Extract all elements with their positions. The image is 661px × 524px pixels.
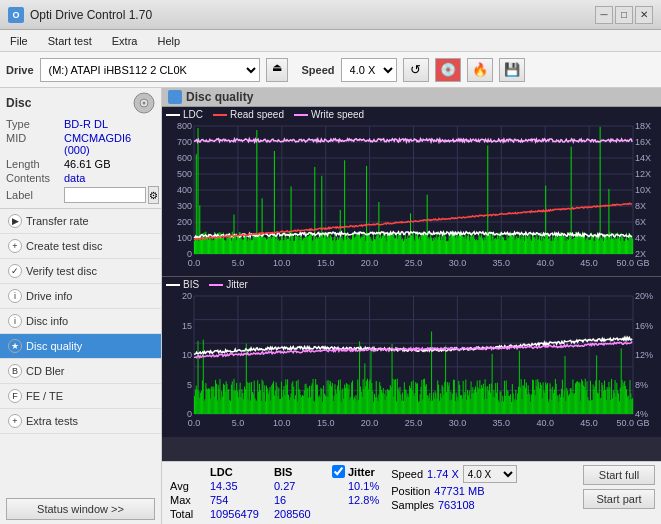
disc-type-row: Type BD-R DL [6, 118, 155, 130]
chart-header: Disc quality [162, 88, 661, 107]
refresh-button[interactable]: ↺ [403, 58, 429, 82]
nav-fe-te-label: FE / TE [26, 390, 63, 402]
write-speed-legend-line [294, 114, 308, 116]
disc-mid-val: CMCMAGDI6 (000) [64, 132, 155, 156]
ldc-legend-line [166, 114, 180, 116]
titlebar-left: O Opti Drive Control 1.70 [8, 7, 152, 23]
transfer-rate-icon: ▶ [8, 214, 22, 228]
samples-value: 763108 [438, 499, 475, 511]
disc-mid-key: MID [6, 132, 64, 156]
cd-bler-icon: B [8, 364, 22, 378]
titlebar: O Opti Drive Control 1.70 ─ □ ✕ [0, 0, 661, 30]
legend-bis: BIS [166, 279, 199, 290]
menu-help[interactable]: Help [151, 33, 186, 49]
jitter-checkbox[interactable] [332, 465, 345, 478]
nav-verify-test-disc-label: Verify test disc [26, 265, 97, 277]
speed-select[interactable]: 4.0 X 1.0 X 2.0 X 8.0 X Max [341, 58, 397, 82]
stats-total-bis: 208560 [272, 507, 324, 521]
nav-disc-quality-label: Disc quality [26, 340, 82, 352]
disc-length-key: Length [6, 158, 64, 170]
disc-length-val: 46.61 GB [64, 158, 110, 170]
status-window-button[interactable]: Status window >> [6, 498, 155, 520]
nav-transfer-rate[interactable]: ▶ Transfer rate [0, 209, 161, 234]
speed-stats-section: Speed 1.74 X 4.0 X Position 47731 MB Sam… [391, 465, 517, 511]
chart-header-icon [168, 90, 182, 104]
nav-disc-info-label: Disc info [26, 315, 68, 327]
menu-start-test[interactable]: Start test [42, 33, 98, 49]
nav-create-test-disc-label: Create test disc [26, 240, 102, 252]
main-layout: Disc Type BD-R DL MID CMCMAGDI6 (000) Le… [0, 88, 661, 524]
samples-label: Samples [391, 499, 434, 511]
drive-select[interactable]: (M:) ATAPI iHBS112 2 CL0K [40, 58, 260, 82]
burn-button[interactable]: 🔥 [467, 58, 493, 82]
verify-test-disc-icon: ✓ [8, 264, 22, 278]
extra-tests-icon: + [8, 414, 22, 428]
bis-legend-label: BIS [183, 279, 199, 290]
speed-stat-label: Speed [391, 468, 423, 480]
maximize-button[interactable]: □ [615, 6, 633, 24]
disc-contents-val: data [64, 172, 85, 184]
read-speed-legend-label: Read speed [230, 109, 284, 120]
stats-avg-ldc: 14.35 [208, 479, 272, 493]
disc-icon [133, 92, 155, 114]
nav-drive-info[interactable]: i Drive info [0, 284, 161, 309]
nav-drive-info-label: Drive info [26, 290, 72, 302]
legend-read-speed: Read speed [213, 109, 284, 120]
samples-row: Samples 763108 [391, 499, 517, 511]
nav-extra-tests[interactable]: + Extra tests [0, 409, 161, 434]
minimize-button[interactable]: ─ [595, 6, 613, 24]
fe-te-icon: F [8, 389, 22, 403]
disc-label-input[interactable] [64, 187, 146, 203]
speed-stat-value: 1.74 X [427, 468, 459, 480]
disc-info-icon: i [8, 314, 22, 328]
nav-extra-tests-label: Extra tests [26, 415, 78, 427]
stats-total-label: Total [168, 507, 208, 521]
position-label: Position [391, 485, 430, 497]
nav-create-test-disc[interactable]: + Create test disc [0, 234, 161, 259]
disc-length-row: Length 46.61 GB [6, 158, 155, 170]
app-icon: O [8, 7, 24, 23]
nav-cd-bler[interactable]: B CD Bler [0, 359, 161, 384]
stats-area: LDC BIS Avg 14.35 0.27 Max 754 16 Total … [162, 461, 661, 524]
start-full-button[interactable]: Start full [583, 465, 655, 485]
stats-max-label: Max [168, 493, 208, 507]
start-part-button[interactable]: Start part [583, 489, 655, 509]
charts-wrapper: LDC Read speed Write speed [162, 107, 661, 461]
save-button[interactable]: 💾 [499, 58, 525, 82]
nav-disc-quality[interactable]: ★ Disc quality [0, 334, 161, 359]
nav-disc-info[interactable]: i Disc info [0, 309, 161, 334]
disc-mid-row: MID CMCMAGDI6 (000) [6, 132, 155, 156]
eject-button[interactable]: ⏏ [266, 58, 288, 82]
drive-label: Drive [6, 64, 34, 76]
disc-quality-icon: ★ [8, 339, 22, 353]
menu-file[interactable]: File [4, 33, 34, 49]
menubar: File Start test Extra Help [0, 30, 661, 52]
top-chart-canvas [162, 122, 661, 274]
disc-button[interactable]: 💿 [435, 58, 461, 82]
jitter-label: Jitter [348, 466, 375, 478]
nav-verify-test-disc[interactable]: ✓ Verify test disc [0, 259, 161, 284]
position-value: 47731 MB [434, 485, 484, 497]
nav-transfer-rate-label: Transfer rate [26, 215, 89, 227]
jitter-avg: 10.1% [332, 480, 379, 492]
nav-fe-te[interactable]: F FE / TE [0, 384, 161, 409]
stats-header-ldc: LDC [208, 465, 272, 479]
menu-extra[interactable]: Extra [106, 33, 144, 49]
jitter-section: Jitter 10.1% 12.8% [332, 465, 379, 506]
legend-write-speed: Write speed [294, 109, 364, 120]
disc-type-key: Type [6, 118, 64, 130]
speed-stat-select[interactable]: 4.0 X [463, 465, 517, 483]
position-row: Position 47731 MB [391, 485, 517, 497]
disc-label-btn[interactable]: ⚙ [148, 186, 159, 204]
nav-cd-bler-label: CD Bler [26, 365, 65, 377]
jitter-legend-line [209, 284, 223, 286]
legend-ldc: LDC [166, 109, 203, 120]
close-button[interactable]: ✕ [635, 6, 653, 24]
svg-point-2 [143, 102, 146, 105]
content-area: Disc quality LDC Read speed [162, 88, 661, 524]
titlebar-controls: ─ □ ✕ [595, 6, 653, 24]
disc-contents-row: Contents data [6, 172, 155, 184]
nav-items: ▶ Transfer rate + Create test disc ✓ Ver… [0, 209, 161, 434]
bottom-chart-canvas [162, 292, 661, 434]
disc-label-key: Label [6, 189, 64, 201]
